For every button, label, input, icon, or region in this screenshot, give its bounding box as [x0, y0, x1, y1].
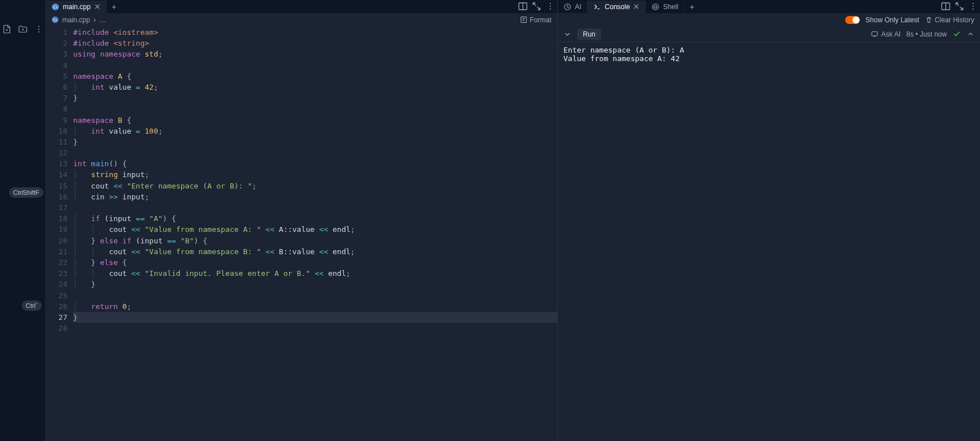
editor-pane: C+ main.cpp + C+ main.cpp › [46, 0, 557, 441]
svg-point-13 [653, 3, 659, 10]
show-only-latest-label: Show Only Latest [866, 16, 919, 24]
breadcrumb-filename[interactable]: main.cpp [62, 16, 90, 24]
show-only-latest-toggle[interactable] [845, 16, 860, 24]
svg-point-8 [550, 9, 551, 10]
tab-ai[interactable]: AI [558, 1, 587, 13]
cpp-file-icon: C+ [51, 16, 59, 23]
run-bar: Run Ask AI 8s • Just now [558, 26, 980, 42]
run-button[interactable]: Run [577, 29, 601, 40]
svg-point-6 [550, 3, 551, 4]
check-icon[interactable] [953, 30, 961, 38]
format-button[interactable]: Format [520, 16, 551, 24]
expand-icon[interactable] [532, 2, 541, 11]
svg-point-1 [38, 29, 39, 30]
run-timestamp: 8s • Just now [906, 30, 947, 38]
ask-ai-button[interactable]: Ask AI [871, 30, 901, 38]
breadcrumb-more[interactable]: … [99, 16, 106, 24]
editor-tabbar: C+ main.cpp + [46, 0, 557, 14]
cpp-file-icon: C+ [51, 3, 59, 11]
split-editor-icon[interactable] [518, 2, 527, 11]
console-output[interactable]: Enter namespace (A or B): A Value from n… [558, 42, 980, 441]
add-tab-button[interactable]: + [107, 1, 122, 13]
scroll-top-icon[interactable] [967, 30, 974, 38]
expand-icon[interactable] [955, 2, 964, 11]
add-tab-button[interactable]: + [685, 1, 699, 13]
code-editor[interactable]: 1234567891011121314151617181920212223242… [46, 26, 557, 441]
console-toolbar: Show Only Latest Clear History [558, 14, 980, 26]
shortcut-terminal-badge: Ctrl` [22, 300, 42, 311]
split-editor-icon[interactable] [941, 2, 950, 11]
ai-icon [563, 3, 571, 11]
clear-history-button[interactable]: Clear History [925, 16, 974, 24]
svg-point-7 [550, 6, 551, 7]
svg-text:C+: C+ [53, 18, 57, 22]
svg-point-17 [973, 9, 974, 10]
tab-shell[interactable]: Shell [646, 1, 685, 13]
breadcrumb: C+ main.cpp › … Format [46, 14, 557, 26]
tab-console[interactable]: Console [587, 1, 646, 13]
shortcut-find-badge: CtrlShiftF [9, 187, 43, 198]
right-pane: AI Console Shell + [557, 0, 980, 441]
line-gutter: 1234567891011121314151617181920212223242… [46, 26, 73, 441]
svg-text:C+: C+ [53, 5, 58, 9]
svg-rect-18 [872, 31, 878, 35]
kebab-menu-icon[interactable] [969, 2, 978, 11]
activity-bar: CtrlShiftF Ctrl` [0, 0, 46, 441]
new-file-icon[interactable] [1, 23, 13, 35]
svg-point-15 [973, 3, 974, 4]
tab-main-cpp[interactable]: C+ main.cpp [46, 1, 107, 13]
kebab-menu-icon[interactable] [546, 2, 555, 11]
shell-icon [651, 3, 659, 11]
svg-point-0 [38, 26, 39, 27]
svg-rect-11 [521, 17, 527, 23]
chevron-down-icon[interactable] [563, 30, 571, 38]
tab-label: main.cpp [63, 3, 91, 11]
new-folder-icon[interactable] [17, 23, 29, 35]
right-tabbar: AI Console Shell + [558, 0, 980, 14]
svg-point-16 [973, 6, 974, 7]
close-icon[interactable] [94, 3, 101, 10]
console-icon [593, 3, 601, 11]
code-body[interactable]: #include <iostream> #include <string> us… [73, 26, 557, 441]
close-icon[interactable] [633, 3, 639, 10]
kebab-menu-icon[interactable] [33, 23, 45, 35]
svg-point-2 [38, 31, 39, 33]
